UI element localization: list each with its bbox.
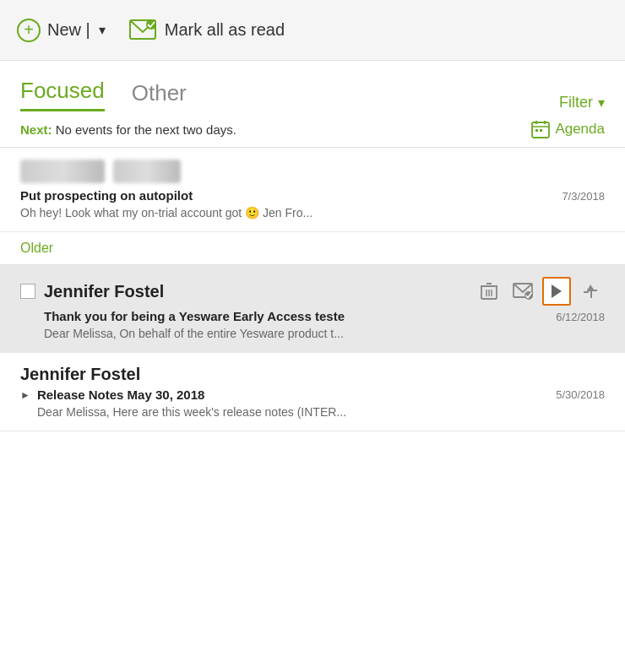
plus-icon: + (17, 19, 41, 42)
avatar-blur-2 (113, 160, 181, 183)
email-list: Put prospecting on autopilot 7/3/2018 Oh… (0, 148, 625, 431)
email-date-3: 5/30/2018 (556, 388, 605, 401)
new-dropdown-arrow[interactable]: ▾ (95, 19, 109, 41)
mark-all-read-label: Mark all as read (165, 20, 285, 40)
new-button[interactable]: + New | ▾ (17, 19, 109, 42)
new-label: New | (47, 20, 90, 40)
email-item-3[interactable]: Jennifer Fostel ► Release Notes May 30, … (0, 353, 625, 431)
older-label: Older (0, 232, 625, 265)
next-prefix: Next: (20, 122, 52, 137)
email-subject-2: Thank you for being a Yesware Early Acce… (44, 309, 345, 323)
email-subject-row-2: Thank you for being a Yesware Early Acce… (20, 309, 605, 323)
avatar-blur-1 (20, 160, 105, 183)
tabs-area: Focused Other Filter ▾ (0, 61, 625, 111)
email-date-2: 6/12/2018 (556, 311, 605, 323)
next-no-events: No events for the next two days. (56, 122, 236, 137)
mail-action-icon-button[interactable] (508, 277, 537, 306)
tab-focused[interactable]: Focused (20, 78, 105, 111)
play-icon-button[interactable] (542, 277, 571, 306)
email-subject-row-1: Put prospecting on autopilot 7/3/2018 (20, 188, 605, 203)
action-icons (475, 277, 605, 306)
next-text: Next: No events for the next two days. (20, 122, 236, 137)
pin-icon-button[interactable] (576, 277, 605, 306)
email-preview-2: Dear Melissa, On behalf of the entire Ye… (20, 327, 605, 340)
email-sender-3: Jennifer Fostel (20, 365, 605, 384)
toolbar: + New | ▾ Mark all as read (0, 0, 625, 61)
agenda-button[interactable]: Agenda (531, 120, 605, 138)
filter-button[interactable]: Filter ▾ (559, 94, 605, 111)
envelope-icon (129, 19, 156, 41)
email-preview-3: Dear Melissa, Here are this week's relea… (20, 405, 605, 419)
email-sender-2: Jennifer Fostel (44, 282, 466, 301)
collapse-arrow-icon[interactable]: ► (20, 389, 30, 401)
next-bar: Next: No events for the next two days. A… (0, 111, 625, 148)
svg-rect-7 (540, 129, 542, 132)
svg-rect-6 (535, 129, 538, 132)
svg-point-1 (146, 19, 156, 30)
email3-header: Jennifer Fostel (20, 365, 605, 384)
email-item-2-header: Jennifer Fostel (20, 277, 605, 306)
svg-marker-16 (552, 285, 562, 298)
calendar-icon (531, 120, 550, 138)
filter-arrow: ▾ (598, 95, 605, 111)
tabs-row: Focused Other Filter ▾ (20, 78, 605, 111)
trash-icon-button[interactable] (475, 277, 503, 306)
email-subject-row-3: ► Release Notes May 30, 2018 5/30/2018 (20, 387, 605, 402)
filter-label: Filter (559, 94, 593, 111)
email-preview-1: Oh hey! Look what my on-trial account go… (20, 206, 605, 219)
email-subject-1: Put prospecting on autopilot (20, 188, 193, 203)
email-item-2[interactable]: Jennifer Fostel (0, 265, 625, 353)
agenda-label: Agenda (555, 121, 605, 138)
avatar-row (20, 160, 605, 183)
tabs-left: Focused Other (20, 78, 187, 111)
mark-all-read-button[interactable]: Mark all as read (129, 19, 285, 41)
email-subject-3: Release Notes May 30, 2018 (37, 387, 204, 402)
tab-other[interactable]: Other (132, 80, 187, 111)
email-date-1: 7/3/2018 (562, 190, 605, 203)
email-item-1[interactable]: Put prospecting on autopilot 7/3/2018 Oh… (0, 148, 625, 232)
email-checkbox-2[interactable] (20, 284, 35, 299)
